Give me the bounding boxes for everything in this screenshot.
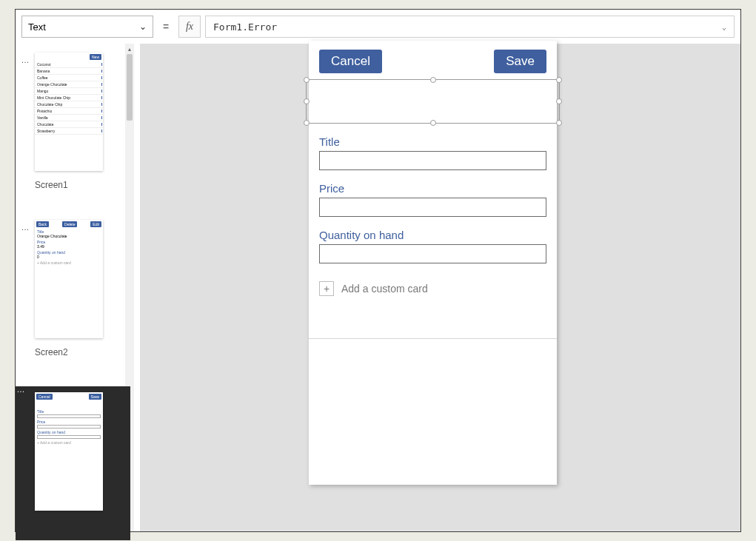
resize-handle-w[interactable] [304, 98, 310, 104]
field-title: Title [319, 135, 546, 170]
screen-thumb-3-selected-bg: … Cancel Save Title Price [16, 386, 130, 540]
screen-thumb-3[interactable]: Cancel Save Title Price Quantity on hand [35, 392, 103, 511]
resize-handle-nw[interactable] [304, 77, 310, 83]
thumb2-edit-button: Edit [90, 221, 101, 227]
resize-handle-s[interactable] [430, 120, 436, 126]
workspace: ▴ … New Coconut Banana Coffee Orange Cho… [16, 44, 740, 531]
field-label: Quantity on hand [319, 229, 546, 241]
formula-input[interactable]: Form1.Error ⌄ [205, 16, 735, 38]
list-item: Vanilla [35, 115, 103, 121]
resize-handle-n[interactable] [430, 77, 436, 83]
thumb3-add-card: + Add a custom card [35, 440, 103, 446]
list-item: Chocolate Chip [35, 101, 103, 108]
screen-thumb-1-label: Screen1 [35, 180, 68, 190]
chevron-down-icon: ⌄ [722, 23, 726, 31]
scroll-up-icon[interactable]: ▴ [125, 44, 134, 54]
formula-bar: Text ⌄ = fx Form1.Error ⌄ [21, 16, 735, 38]
list-item: Chocolate [35, 121, 103, 128]
save-button-label: Save [506, 54, 535, 68]
screen-thumb-2-menu[interactable]: … [20, 223, 30, 232]
formula-text: Form1.Error [213, 21, 277, 33]
thumb3-cancel-button: Cancel [36, 394, 53, 400]
screen-thumb-1-menu[interactable]: … [20, 56, 30, 64]
fx-icon: fx [186, 21, 193, 33]
fx-button[interactable]: fx [178, 16, 201, 38]
scrollbar-thumb[interactable] [127, 54, 133, 121]
screen-thumb-3-menu[interactable]: … [16, 385, 26, 394]
thumb1-list: Coconut Banana Coffee Orange Chocolate M… [35, 61, 103, 135]
thumb3-field: Quantity on hand [35, 429, 103, 440]
add-custom-card[interactable]: + Add a custom card [319, 281, 546, 296]
list-item: Pistachio [35, 108, 103, 115]
resize-handle-ne[interactable] [556, 77, 562, 83]
thumb2-back-button: Back [36, 221, 49, 227]
screen-thumb-2-label: Screen2 [35, 347, 68, 357]
field-price: Price [319, 182, 546, 217]
thumb2-add-card: + Add a custom card [35, 260, 103, 266]
thumb2-field: Price 3.49 [35, 239, 103, 249]
thumb1-new-button: New [90, 54, 101, 60]
screen-thumb-1[interactable]: New Coconut Banana Coffee Orange Chocola… [35, 53, 103, 171]
form-body: Title Price Quantity on hand + Add a cus… [319, 135, 546, 296]
list-item: Orange Chocolate [35, 81, 103, 88]
resize-handle-e[interactable] [556, 98, 562, 104]
save-button[interactable]: Save [494, 50, 546, 73]
screen-thumb-2[interactable]: Back Delete Edit Title Orange Chocolate … [35, 220, 103, 338]
chevron-down-icon: ⌄ [139, 21, 147, 32]
plus-icon: + [319, 281, 334, 296]
field-label: Title [319, 135, 546, 148]
thumb2-field: Quantity on hand 0 [35, 249, 103, 260]
selection-box[interactable] [306, 79, 560, 124]
cancel-button-label: Cancel [331, 54, 370, 68]
thumb3-field: Price [35, 419, 103, 429]
thumb2-delete-button: Delete [62, 221, 77, 227]
app-frame: Text ⌄ = fx Form1.Error ⌄ ▴ … [15, 9, 741, 532]
form-header: Cancel Save [309, 41, 557, 78]
list-item: Mint Chocolate Chip [35, 95, 103, 101]
list-item: Strawberry [35, 128, 103, 135]
canvas[interactable]: Cancel Save [140, 44, 740, 531]
thumb2-field: Title Orange Chocolate [35, 229, 103, 239]
screen-thumb-1-block: … New Coconut Banana Coffee Orange Choco… [21, 53, 124, 171]
phone-preview: Cancel Save [309, 41, 557, 485]
equals-sign: = [158, 16, 174, 38]
field-label: Price [319, 182, 546, 195]
title-input[interactable] [319, 151, 546, 170]
cancel-button[interactable]: Cancel [319, 50, 382, 73]
list-item: Coconut [35, 61, 103, 68]
form-bottom-spacer [309, 338, 557, 485]
price-input[interactable] [319, 198, 546, 217]
list-item: Coffee [35, 75, 103, 81]
screens-panel: ▴ … New Coconut Banana Coffee Orange Cho… [16, 44, 140, 531]
resize-handle-sw[interactable] [304, 120, 310, 126]
thumb3-save-button: Save [89, 394, 101, 400]
screen-thumb-2-block: … Back Delete Edit Title Orange Chocolat… [21, 220, 124, 338]
list-item: Mango [35, 88, 103, 95]
add-card-label: Add a custom card [341, 283, 428, 295]
field-quantity: Quantity on hand [319, 229, 546, 263]
list-item: Banana [35, 68, 103, 75]
resize-handle-se[interactable] [556, 120, 562, 126]
property-selector[interactable]: Text ⌄ [21, 16, 153, 38]
quantity-input[interactable] [319, 244, 546, 263]
property-selector-label: Text [28, 21, 46, 33]
thumb3-field: Title [35, 409, 103, 419]
